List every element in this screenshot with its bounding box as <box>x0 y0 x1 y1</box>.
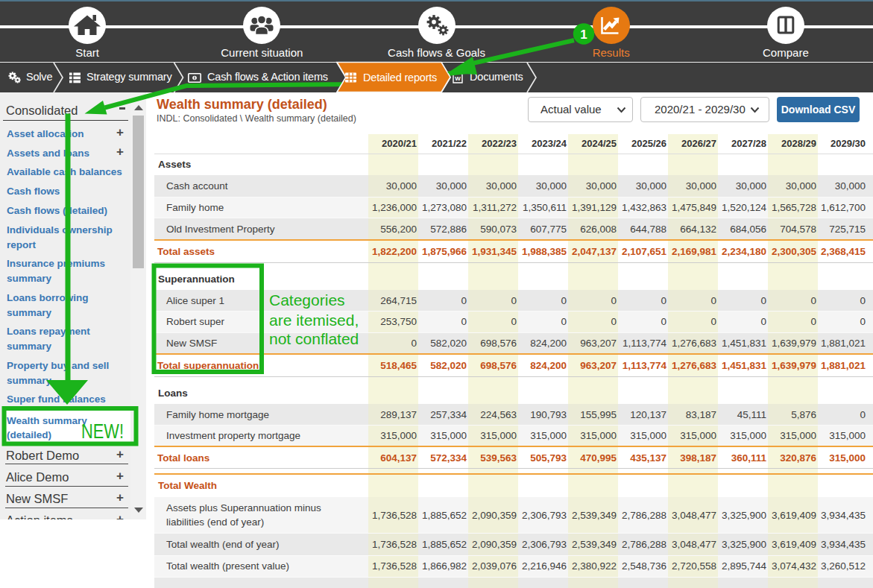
svg-text:W: W <box>455 75 461 82</box>
